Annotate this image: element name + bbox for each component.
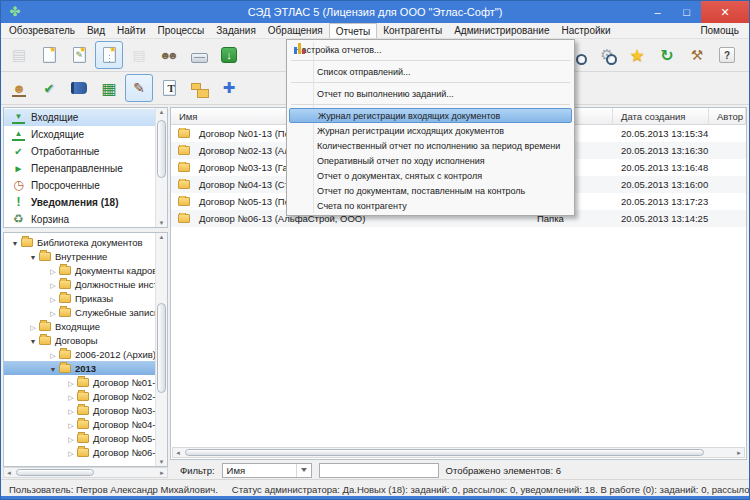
expand-arrow-icon[interactable]: [66, 391, 76, 402]
users-button[interactable]: [155, 41, 183, 69]
menubar-item[interactable]: Обращения: [262, 23, 329, 38]
tree-item[interactable]: Библиотека документов: [4, 235, 155, 249]
expand-arrow-icon[interactable]: [28, 251, 38, 262]
scroll-up-icon[interactable]: ▲: [156, 234, 167, 240]
menu-item[interactable]: Журнал регистрации исходящих документов: [289, 123, 572, 138]
filter-input[interactable]: [319, 463, 439, 478]
menu-item[interactable]: Список отправлений...: [289, 64, 572, 79]
favorites-star-button[interactable]: [623, 41, 651, 69]
expand-arrow-icon[interactable]: [28, 321, 38, 332]
menubar-item[interactable]: Вид: [81, 23, 111, 38]
menu-item[interactable]: Отчет по выполнению заданий...: [289, 86, 572, 101]
expand-arrow-icon[interactable]: [48, 293, 58, 304]
scrollbar-thumb[interactable]: [185, 449, 704, 456]
tree-item[interactable]: Входящие: [4, 319, 155, 333]
tools-button[interactable]: [683, 41, 711, 69]
tree-h-scrollbar[interactable]: ◄ ►: [3, 467, 168, 478]
tree-item[interactable]: Договор №04-13 (С: [4, 417, 155, 431]
table-h-scrollbar[interactable]: ◄ ►: [172, 447, 745, 458]
advanced-search-button[interactable]: [593, 41, 621, 69]
menubar-item[interactable]: Процессы: [152, 23, 211, 38]
chevron-down-icon[interactable]: [296, 464, 311, 477]
folders-exchange-button[interactable]: [185, 74, 213, 102]
close-button[interactable]: ✕: [701, 1, 749, 23]
tree-item[interactable]: Договоры: [4, 333, 155, 347]
expand-arrow-icon[interactable]: [10, 237, 20, 248]
menubar-item[interactable]: Задания: [210, 23, 262, 38]
tree-item[interactable]: Договор №01-13 (П: [4, 375, 155, 389]
tree-item[interactable]: Служебные записки: [4, 305, 155, 319]
expand-arrow-icon[interactable]: [66, 433, 76, 444]
scanner-button[interactable]: [185, 41, 213, 69]
expand-arrow-icon[interactable]: [48, 279, 58, 290]
scroll-right-icon[interactable]: ►: [157, 468, 167, 477]
menu-item[interactable]: Оперативный отчет по ходу исполнения: [289, 153, 572, 168]
new-from-template-button[interactable]: [65, 41, 93, 69]
menubar-item-help[interactable]: Помощь: [692, 23, 747, 38]
scroll-down-icon[interactable]: ▼: [156, 220, 167, 226]
tree-scrollbar[interactable]: ▲ ▼: [155, 233, 167, 466]
menubar-item[interactable]: Контрагенты: [377, 23, 448, 38]
expand-arrow-icon[interactable]: [48, 349, 58, 360]
tree-item[interactable]: Договор №06-13 (А: [4, 445, 155, 459]
new-card-button[interactable]: [95, 41, 123, 69]
quick-list-item[interactable]: Отработанные: [4, 143, 155, 160]
quick-list-item[interactable]: Уведомления (18): [4, 194, 155, 211]
scrollbar-thumb[interactable]: [16, 469, 94, 476]
tree-item[interactable]: Договор №03-13 (Г: [4, 403, 155, 417]
quick-list-item[interactable]: Просроченные: [4, 177, 155, 194]
journal-book-button[interactable]: [65, 74, 93, 102]
scroll-left-icon[interactable]: ◄: [4, 468, 14, 477]
help-button[interactable]: [713, 41, 741, 69]
filter-field-select[interactable]: Имя: [222, 463, 312, 478]
menu-item[interactable]: Журнал регистрации входящих документов: [289, 108, 572, 123]
menu-item[interactable]: Количественный отчет по исполнению за пе…: [289, 138, 572, 153]
expand-arrow-icon[interactable]: [48, 265, 58, 276]
scrollbar-thumb[interactable]: [157, 303, 166, 393]
expand-arrow-icon[interactable]: [28, 335, 38, 346]
expand-arrow-icon[interactable]: [66, 405, 76, 416]
edit-tools-button[interactable]: [125, 74, 153, 102]
menubar-item[interactable]: Настройки: [556, 23, 617, 38]
menu-item[interactable]: Настройка отчетов...: [289, 42, 572, 57]
tree-item[interactable]: Договор №05-13 (П: [4, 431, 155, 445]
quick-list-item[interactable]: Исходящие: [4, 126, 155, 143]
calculator-button[interactable]: [95, 74, 123, 102]
menu-item[interactable]: Счета по контрагенту: [289, 198, 572, 213]
minimize-button[interactable]: –: [643, 1, 672, 23]
scroll-left-icon[interactable]: ◄: [173, 448, 183, 457]
tree-item[interactable]: 2013: [4, 361, 155, 375]
menubar-item[interactable]: Отчеты: [329, 23, 378, 38]
menu-item[interactable]: Отчет по документам, поставленным на кон…: [289, 183, 572, 198]
menubar-item[interactable]: Найти: [111, 23, 152, 38]
scrollbar-thumb[interactable]: [157, 120, 166, 178]
scroll-right-icon[interactable]: ►: [734, 448, 744, 457]
expand-arrow-icon[interactable]: [66, 377, 76, 388]
tree-item[interactable]: Внутренние: [4, 249, 155, 263]
column-header[interactable]: Автор: [709, 108, 746, 125]
menubar-item[interactable]: Обозреватель: [3, 23, 81, 38]
refresh-button[interactable]: [653, 41, 681, 69]
tree-item[interactable]: Документы кадрового: [4, 263, 155, 277]
quick-list-item[interactable]: Корзина: [4, 211, 155, 228]
menu-item[interactable]: Отчет о документах, снятых с контроля: [289, 168, 572, 183]
import-document-button[interactable]: [215, 41, 243, 69]
scroll-up-icon[interactable]: ▲: [156, 109, 167, 115]
tree-item[interactable]: 2006-2012 (Архив): [4, 347, 155, 361]
tree-item[interactable]: Приказы: [4, 291, 155, 305]
scroll-down-icon[interactable]: ▼: [156, 459, 167, 465]
text-template-button[interactable]: [155, 74, 183, 102]
column-header[interactable]: Дата создания: [613, 108, 709, 125]
user-tasks-button[interactable]: [5, 74, 33, 102]
new-document-button[interactable]: [35, 41, 63, 69]
tree-item[interactable]: Должностные инструкци: [4, 277, 155, 291]
approve-tool-button[interactable]: [35, 74, 63, 102]
quick-list-scrollbar[interactable]: ▲ ▼: [155, 108, 167, 227]
expand-arrow-icon[interactable]: [66, 419, 76, 430]
quick-list-item[interactable]: Перенаправленные: [4, 160, 155, 177]
expand-arrow-icon[interactable]: [66, 447, 76, 458]
quick-list-item[interactable]: Входящие: [4, 109, 155, 126]
expand-arrow-icon[interactable]: [48, 307, 58, 318]
menubar-item[interactable]: Администрирование: [448, 23, 555, 38]
tree-item[interactable]: Договор №02-13 (А: [4, 389, 155, 403]
